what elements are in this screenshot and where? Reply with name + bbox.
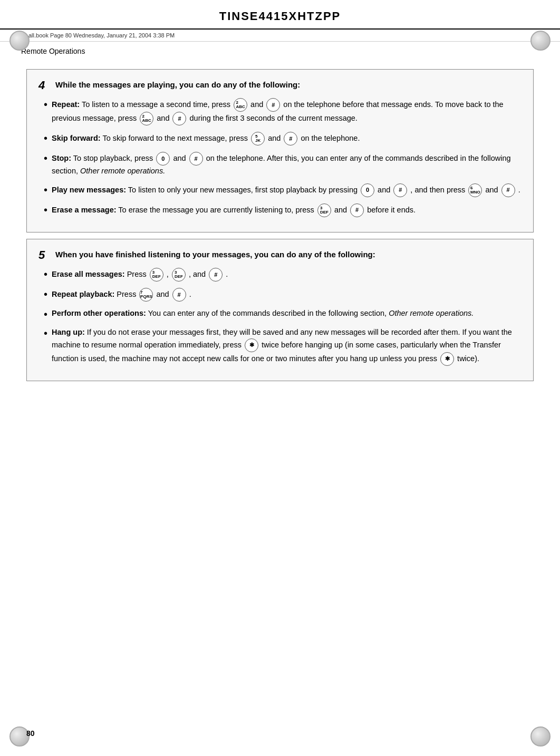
- key-button: 6MNO: [468, 183, 482, 197]
- list-item: •Stop: To stop playback, press 0 and # o…: [44, 152, 522, 177]
- inline-text: You can enter any of the commands descri…: [146, 309, 389, 317]
- list-item: •Perform other operations: You can enter…: [44, 308, 522, 321]
- key-button: #: [172, 288, 186, 302]
- bullet-dot-icon: •: [44, 183, 47, 196]
- bullet-dot-icon: •: [44, 132, 47, 144]
- bullet-label: Erase all messages:: [52, 270, 125, 278]
- bullet-text: Repeat: To listen to a message a second …: [52, 98, 522, 125]
- content-box-2: 5 When you have finished listening to yo…: [26, 239, 534, 381]
- key-button: ✱: [245, 338, 258, 352]
- key-button: 0: [156, 152, 170, 166]
- key-button: 2ABC: [140, 112, 153, 125]
- inline-text: .: [187, 290, 191, 298]
- bullet-label: Stop:: [52, 154, 71, 162]
- inline-text: and: [154, 290, 171, 298]
- list-item: •Repeat playback: Press 7PQRS and # .: [44, 288, 522, 302]
- file-info-text: all.book Page 80 Wednesday, January 21, …: [28, 32, 175, 38]
- content-box-1: 4 While the messages are playing, you ca…: [26, 69, 534, 232]
- key-button: 3DEF: [172, 268, 186, 282]
- list-item: •Erase a message: To erase the message y…: [44, 203, 522, 217]
- page-number: 80: [26, 729, 35, 738]
- inline-text: To erase the message you are currently l…: [117, 206, 316, 214]
- key-button: #: [266, 98, 280, 112]
- bullet-dot-icon: •: [44, 288, 47, 301]
- inline-text: To listen to a message a second time, pr…: [80, 100, 233, 109]
- key-button: 0: [361, 183, 374, 197]
- step-number-1: 4: [38, 79, 50, 92]
- bullet-list-1: •Repeat: To listen to a message a second…: [44, 98, 522, 217]
- inline-text: ,: [165, 270, 171, 278]
- key-button: #: [172, 112, 186, 125]
- italic-text: Other remote operations.: [80, 167, 165, 175]
- key-button: #: [501, 183, 515, 197]
- inline-text: To skip forward to the next message, pre…: [101, 134, 250, 142]
- inline-text: and: [248, 100, 265, 109]
- inline-text: and: [332, 206, 349, 214]
- corner-circle-br: [530, 726, 551, 747]
- bullet-text: Erase a message: To erase the message yo…: [52, 203, 522, 217]
- bullet-label: Repeat:: [52, 100, 80, 109]
- bullet-text: Hang up: If you do not erase your messag…: [52, 327, 522, 366]
- bullet-dot-icon: •: [44, 268, 47, 280]
- bullet-label: Skip forward:: [52, 134, 101, 142]
- step-title-2: When you have finished listening to your…: [55, 249, 375, 260]
- step-number-2: 5: [38, 249, 50, 261]
- inline-text: and: [266, 134, 283, 142]
- inline-text: twice).: [455, 354, 479, 363]
- bullet-text: Repeat playback: Press 7PQRS and # .: [52, 288, 522, 302]
- key-button: #: [189, 152, 203, 166]
- list-item: •Erase all messages: Press 3DEF , 3DEF ,…: [44, 268, 522, 282]
- main-content: 4 While the messages are playing, you ca…: [0, 59, 560, 398]
- bullet-label: Erase a message:: [52, 206, 117, 214]
- inline-text: before it ends.: [365, 206, 416, 214]
- bullet-list-2: •Erase all messages: Press 3DEF , 3DEF ,…: [44, 268, 522, 366]
- bullet-text: Skip forward: To skip forward to the nex…: [52, 132, 522, 146]
- bullet-dot-icon: •: [44, 152, 47, 164]
- inline-text: and: [483, 186, 500, 194]
- bullet-label: Repeat playback:: [52, 290, 114, 298]
- inline-text: and: [155, 114, 171, 122]
- corner-circle-tr: [530, 31, 551, 51]
- inline-text: on the telephone.: [298, 134, 360, 142]
- inline-text: To listen to only your new messages, fir…: [126, 186, 360, 194]
- key-button: 3DEF: [317, 203, 331, 217]
- key-button: #: [209, 268, 223, 282]
- key-button: #: [393, 183, 407, 197]
- file-info-bar: all.book Page 80 Wednesday, January 21, …: [0, 30, 560, 42]
- step-heading-1: 4 While the messages are playing, you ca…: [38, 79, 522, 92]
- bullet-label: Perform other operations:: [52, 309, 146, 317]
- step-title-1: While the messages are playing, you can …: [55, 79, 300, 90]
- step-heading-2: 5 When you have finished listening to yo…: [38, 249, 522, 261]
- bullet-label: Play new messages:: [52, 186, 126, 194]
- bullet-text: Stop: To stop playback, press 0 and # on…: [52, 152, 522, 177]
- key-button: 2ABC: [234, 98, 247, 112]
- corner-circle-tl: [9, 31, 30, 51]
- bullet-dot-icon: •: [44, 98, 47, 111]
- inline-text: , and: [187, 270, 208, 278]
- key-button: 5JK: [251, 132, 265, 146]
- inline-text: , and then press: [408, 186, 467, 194]
- bullet-dot-icon: •: [44, 203, 47, 216]
- inline-text: To stop playback, press: [71, 154, 155, 162]
- bullet-dot-icon: •: [44, 308, 47, 321]
- inline-text: .: [516, 186, 520, 194]
- key-button: 7PQRS: [139, 288, 153, 302]
- bullet-label: Hang up:: [52, 328, 85, 336]
- inline-text: during the first 3 seconds of the curren…: [187, 114, 357, 122]
- list-item: •Hang up: If you do not erase your messa…: [44, 327, 522, 366]
- bullet-text: Erase all messages: Press 3DEF , 3DEF , …: [52, 268, 522, 282]
- list-item: •Play new messages: To listen to only yo…: [44, 183, 522, 197]
- italic-text: Other remote operations.: [389, 309, 474, 317]
- bullet-dot-icon: •: [44, 327, 47, 340]
- list-item: •Repeat: To listen to a message a second…: [44, 98, 522, 125]
- inline-text: and: [171, 154, 188, 162]
- key-button: #: [350, 203, 364, 217]
- list-item: •Skip forward: To skip forward to the ne…: [44, 132, 522, 146]
- inline-text: Press: [125, 270, 149, 278]
- inline-text: .: [224, 270, 228, 278]
- key-button: 3DEF: [150, 268, 163, 282]
- bullet-text: Play new messages: To listen to only you…: [52, 183, 522, 197]
- inline-text: and: [375, 186, 392, 194]
- key-button: ✱: [440, 352, 454, 366]
- section-header: Remote Operations: [0, 42, 560, 59]
